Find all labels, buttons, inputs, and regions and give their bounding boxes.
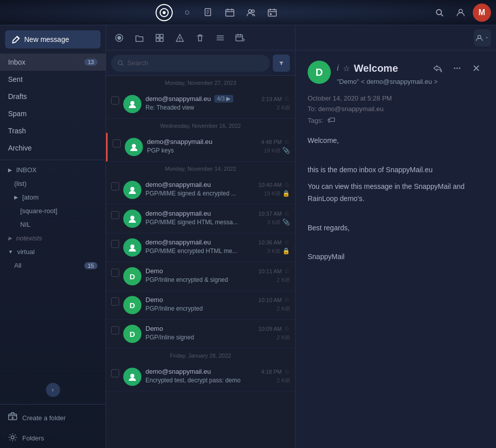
sidebar-divider bbox=[0, 160, 106, 160]
svg-point-25 bbox=[130, 374, 134, 378]
add-tag-button[interactable]: 🏷 bbox=[327, 116, 335, 125]
email-item[interactable]: demo@snappymail.eu 10:37 AM ☆ PGP/MIME s… bbox=[106, 205, 295, 233]
sidebar-all-folder[interactable]: All 15 bbox=[0, 259, 106, 272]
email-from: demo@snappymail.eu bbox=[145, 238, 211, 246]
info-icon[interactable]: i bbox=[337, 64, 339, 73]
date-separator: Wednesday, November 16, 2022 bbox=[106, 119, 295, 133]
folders-settings-button[interactable]: Folders bbox=[0, 428, 106, 448]
email-list-toolbar bbox=[106, 25, 295, 51]
email-item[interactable]: demo@snappymail.eu 4:18 PM ☆ Encrypted t… bbox=[106, 363, 295, 391]
people-icon[interactable] bbox=[242, 4, 260, 22]
email-header: Demo 10:09 AM ☆ bbox=[145, 325, 290, 332]
sidebar-inbox-tree[interactable]: ▶ INBOX bbox=[0, 163, 106, 177]
email-item[interactable]: demo@snappymail.eu 10:36 AM ☆ PGP/MIME e… bbox=[106, 233, 295, 262]
search-filter-button[interactable] bbox=[273, 55, 290, 72]
sidebar-virtual-folder[interactable]: ▼ virtual bbox=[0, 245, 106, 259]
svg-point-24 bbox=[130, 244, 134, 248]
more-actions-button[interactable] bbox=[450, 61, 465, 76]
email-content: demo@snappymail.eu 10:36 AM ☆ PGP/MIME e… bbox=[145, 238, 290, 255]
email-item[interactable]: D Demo 10:09 AM ☆ PGP/Inline s bbox=[106, 320, 295, 349]
email-content: demo@snappymail.eu 10:40 AM ☆ PGP/MIME s… bbox=[145, 181, 290, 197]
sidebar-item-spam[interactable]: Spam bbox=[0, 105, 106, 122]
email-item[interactable]: D Demo 10:10 AM ☆ PGP/Inline e bbox=[106, 291, 295, 320]
user-icon[interactable] bbox=[452, 4, 470, 22]
sidebar-atom-folder[interactable]: ▶ [atom bbox=[0, 190, 106, 204]
new-message-button[interactable]: New message bbox=[5, 30, 101, 48]
refresh-button[interactable] bbox=[110, 29, 128, 47]
sidebar-item-inbox[interactable]: Inbox 13 bbox=[0, 54, 106, 71]
app-logo[interactable] bbox=[154, 3, 174, 23]
email-checkbox[interactable] bbox=[111, 269, 119, 277]
email-checkbox[interactable] bbox=[111, 369, 119, 377]
star-icon[interactable]: ☆ bbox=[284, 181, 290, 188]
svg-point-13 bbox=[118, 36, 121, 39]
message-from: "Demo" < demo@snappymail.eu > bbox=[337, 78, 484, 85]
attachment-icon: 📎 bbox=[282, 147, 290, 154]
email-header: demo@snappymail.eu 10:40 AM ☆ bbox=[145, 181, 290, 188]
email-time: 10:09 AM ☆ bbox=[259, 325, 290, 332]
star-outline-icon[interactable]: ☆ bbox=[343, 64, 350, 73]
email-thread-badge: 4/3 ▶ bbox=[214, 95, 233, 103]
email-subject: Re: Theaded view bbox=[145, 104, 194, 111]
user-avatar[interactable]: M bbox=[473, 4, 491, 22]
star-icon[interactable]: ☆ bbox=[284, 138, 290, 145]
sidebar-item-drafts[interactable]: Drafts bbox=[0, 88, 106, 105]
star-icon[interactable]: ☆ bbox=[284, 95, 290, 103]
delete-button[interactable] bbox=[191, 29, 209, 47]
star-icon[interactable]: ☆ bbox=[284, 267, 290, 275]
close-message-button[interactable] bbox=[469, 61, 484, 76]
email-time: 4:48 PM ☆ bbox=[261, 138, 290, 145]
message-body: Welcome,this is the demo inbox of Snappy… bbox=[308, 135, 484, 263]
email-checkbox[interactable] bbox=[111, 326, 119, 334]
star-icon[interactable]: ☆ bbox=[284, 296, 290, 304]
email-subject: Encrypted test, decrypt pass: demo bbox=[145, 377, 240, 384]
message-subject: Welcome bbox=[354, 63, 398, 74]
circle-icon[interactable]: ○ bbox=[178, 4, 196, 22]
email-meta: PGP/Inline encrypted 2 KiB bbox=[145, 305, 290, 312]
menu-button[interactable] bbox=[211, 29, 229, 47]
email-checkbox[interactable] bbox=[113, 139, 121, 147]
email-checkbox[interactable] bbox=[111, 211, 119, 219]
sidebar-item-sent[interactable]: Sent bbox=[0, 71, 106, 88]
email-header: demo@snappymail.eu 4:18 PM ☆ bbox=[145, 368, 290, 375]
sidebar-notexists-folder[interactable]: ▶ notexists bbox=[0, 231, 106, 245]
files-icon[interactable] bbox=[200, 4, 218, 22]
email-meta: PGP/MIME signed & encrypted ... 19 KiB 🔒 bbox=[145, 190, 290, 197]
star-icon[interactable]: ☆ bbox=[284, 210, 290, 217]
email-checkbox[interactable] bbox=[111, 182, 119, 190]
email-header: demo@snappymail.eu 10:36 AM ☆ bbox=[145, 238, 290, 246]
svg-point-6 bbox=[252, 10, 255, 12]
search-input[interactable] bbox=[127, 59, 264, 67]
calendar-icon[interactable] bbox=[263, 4, 281, 22]
email-time: 10:40 AM ☆ bbox=[259, 181, 290, 188]
sidebar-list-folder[interactable]: (list) bbox=[0, 177, 106, 190]
search-icon[interactable] bbox=[430, 4, 449, 22]
email-checkbox[interactable] bbox=[111, 96, 119, 105]
all-badge: 15 bbox=[84, 262, 97, 269]
create-folder-button[interactable]: Create a folder bbox=[0, 408, 106, 428]
email-item[interactable]: D Demo 10:11 AM ☆ PGP/Inline e bbox=[106, 262, 295, 291]
star-icon[interactable]: ☆ bbox=[284, 238, 290, 246]
email-item[interactable]: demo@snappymail.eu 10:40 AM ☆ PGP/MIME s… bbox=[106, 176, 295, 205]
star-icon[interactable]: ☆ bbox=[284, 368, 290, 375]
sidebar-nil-folder[interactable]: NIL bbox=[0, 218, 106, 231]
user-action-button[interactable] bbox=[474, 29, 491, 46]
reply-button[interactable] bbox=[430, 61, 445, 76]
folder-button[interactable] bbox=[130, 29, 148, 47]
email-time: 10:36 AM ☆ bbox=[259, 238, 290, 246]
calendar2-icon[interactable] bbox=[221, 4, 239, 22]
email-checkbox[interactable] bbox=[111, 240, 119, 248]
email-item[interactable]: demo@snappymail.eu 4/3 ▶ 2:19 AM ☆ Re: T… bbox=[106, 90, 295, 119]
email-checkbox[interactable] bbox=[111, 297, 119, 306]
sidebar-collapse-button[interactable]: ‹ bbox=[46, 383, 60, 397]
notexists-label: notexists bbox=[16, 234, 42, 242]
alert-button[interactable] bbox=[171, 29, 189, 47]
email-item[interactable]: demo@snappymail.eu 4:48 PM ☆ PGP keys 18… bbox=[106, 133, 295, 162]
email-size: 2 KiB bbox=[277, 105, 290, 111]
sidebar-squareroot-folder[interactable]: [square-root] bbox=[0, 204, 106, 218]
layout-button[interactable] bbox=[151, 29, 169, 47]
calendar-sort-button[interactable] bbox=[231, 29, 250, 47]
sidebar-item-archive[interactable]: Archive bbox=[0, 139, 106, 157]
star-icon[interactable]: ☆ bbox=[284, 325, 290, 332]
sidebar-item-trash[interactable]: Trash bbox=[0, 122, 106, 139]
